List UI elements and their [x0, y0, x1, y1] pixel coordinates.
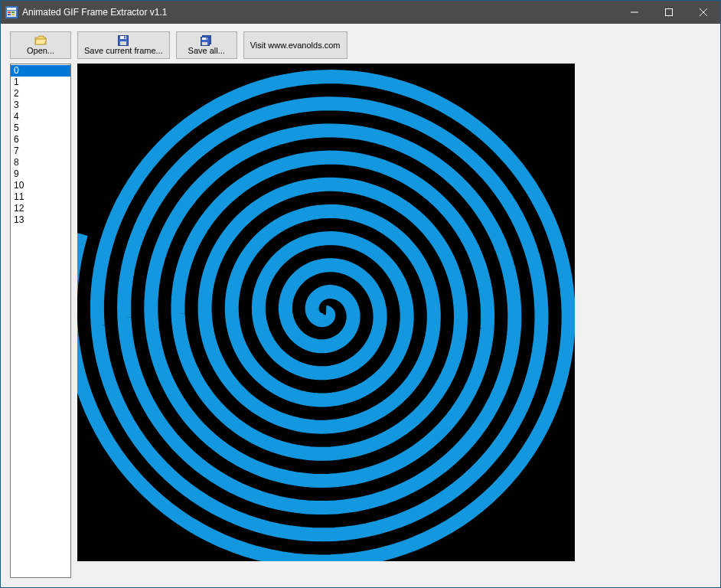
- visit-label: Visit www.evanolds.com: [250, 41, 341, 50]
- list-item[interactable]: 5: [11, 122, 70, 134]
- list-item[interactable]: 11: [11, 191, 70, 203]
- list-item[interactable]: 3: [11, 100, 70, 111]
- list-item[interactable]: 10: [11, 180, 70, 191]
- visit-site-button[interactable]: Visit www.evanolds.com: [243, 31, 347, 59]
- open-button[interactable]: Open...: [10, 31, 71, 59]
- list-item[interactable]: 4: [11, 111, 70, 122]
- svg-rect-1: [7, 8, 16, 10]
- svg-rect-5: [8, 14, 11, 15]
- list-item[interactable]: 7: [11, 145, 70, 157]
- minimize-button[interactable]: [617, 1, 651, 24]
- svg-rect-19: [202, 42, 207, 45]
- frame-preview-image: [77, 64, 575, 561]
- save-current-label: Save current frame...: [84, 46, 163, 55]
- list-item[interactable]: 6: [11, 134, 70, 145]
- svg-rect-6: [11, 14, 15, 15]
- preview-pane: [77, 64, 711, 578]
- list-item[interactable]: 8: [11, 157, 70, 168]
- svg-rect-8: [665, 9, 672, 16]
- list-item[interactable]: 2: [11, 88, 70, 100]
- svg-rect-4: [11, 11, 15, 13]
- list-item[interactable]: 12: [11, 203, 70, 214]
- maximize-button[interactable]: [651, 1, 686, 24]
- svg-rect-14: [120, 41, 126, 45]
- save-current-frame-button[interactable]: Save current frame...: [77, 31, 170, 59]
- titlebar: Animated GIF Frame Extractor v1.1: [1, 1, 720, 24]
- svg-rect-18: [206, 38, 207, 39]
- toolbar: Open... Save current frame...: [1, 24, 720, 64]
- window-controls: [617, 1, 720, 24]
- svg-rect-13: [124, 37, 126, 39]
- folder-open-icon: [34, 35, 47, 46]
- frame-listbox[interactable]: 012345678910111213: [10, 64, 71, 578]
- app-icon: [5, 6, 18, 18]
- open-label: Open...: [27, 46, 54, 55]
- list-item[interactable]: 1: [11, 77, 70, 88]
- content-area: 012345678910111213: [1, 64, 720, 587]
- list-item[interactable]: 9: [11, 168, 70, 180]
- save-icon: [118, 35, 129, 46]
- save-all-icon: [201, 35, 213, 46]
- svg-rect-3: [8, 11, 11, 13]
- save-all-label: Save all...: [188, 46, 225, 55]
- app-window: Animated GIF Frame Extractor v1.1 Open..…: [0, 0, 721, 588]
- list-item[interactable]: 13: [11, 214, 70, 226]
- list-item[interactable]: 0: [11, 65, 70, 77]
- window-title: Animated GIF Frame Extractor v1.1: [22, 7, 617, 18]
- save-all-button[interactable]: Save all...: [176, 31, 237, 59]
- close-button[interactable]: [686, 1, 720, 24]
